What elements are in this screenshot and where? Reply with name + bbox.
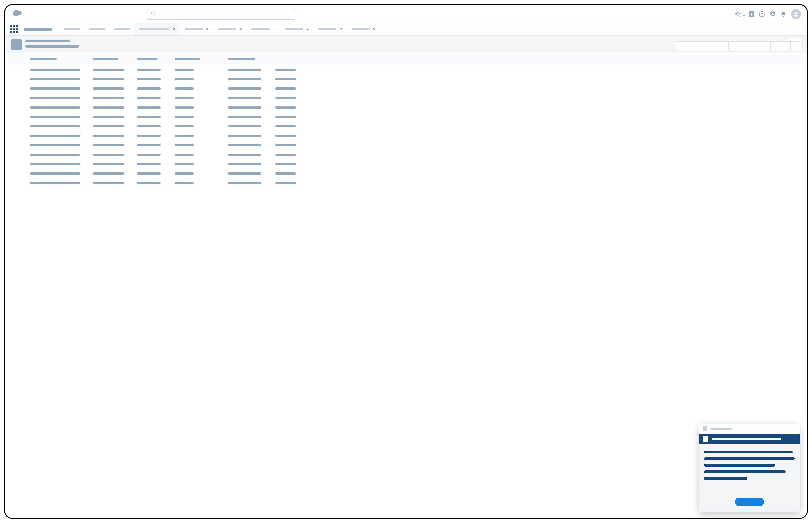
app-launcher-icon[interactable] [7, 23, 21, 35]
table-cell [137, 88, 175, 90]
data-table [5, 54, 807, 518]
table-cell [30, 135, 93, 137]
table-row[interactable] [5, 150, 807, 159]
action-segment[interactable] [790, 41, 801, 50]
docked-panel-body [699, 444, 800, 512]
table-cell [137, 173, 175, 175]
panel-primary-button[interactable] [735, 498, 764, 506]
column-header[interactable] [137, 58, 175, 60]
nav-tab[interactable] [281, 23, 314, 35]
table-cell [30, 173, 93, 175]
table-row[interactable] [5, 65, 807, 74]
page-title [25, 45, 79, 48]
app-name [21, 23, 59, 35]
table-cell [30, 78, 93, 80]
table-cell [175, 125, 228, 127]
chevron-down-icon [172, 26, 176, 32]
notifications-bell-icon[interactable]: notifications [780, 11, 787, 17]
favorites-button[interactable]: favorites [735, 11, 744, 17]
help-icon[interactable]: ? help [759, 11, 765, 17]
table-cell [275, 97, 304, 99]
table-cell [137, 106, 175, 109]
table-cell [93, 116, 137, 118]
nav-tabs [59, 23, 380, 35]
nav-tab[interactable] [214, 23, 247, 35]
table-cell [175, 116, 228, 118]
table-row[interactable] [5, 178, 807, 187]
column-header[interactable] [93, 58, 137, 60]
nav-tab[interactable] [180, 23, 214, 35]
table-cell [30, 88, 93, 90]
table-cell [275, 116, 304, 118]
action-segment[interactable] [771, 41, 791, 50]
table-cell [228, 125, 275, 127]
column-header[interactable] [30, 58, 93, 60]
nav-tab-active[interactable] [135, 23, 180, 35]
svg-text:?: ? [761, 12, 763, 16]
table-cell [93, 182, 137, 184]
profile-avatar[interactable]: profile [791, 9, 801, 19]
table-cell [137, 125, 175, 127]
table-row[interactable] [5, 169, 807, 178]
table-row[interactable] [5, 74, 807, 84]
svg-marker-2 [736, 12, 740, 16]
nav-tab[interactable] [59, 23, 84, 35]
table-cell [175, 173, 228, 175]
page-header [5, 36, 807, 54]
nav-tab[interactable] [110, 23, 135, 35]
table-cell [175, 69, 228, 71]
table-cell [93, 173, 137, 175]
global-search[interactable] [147, 9, 295, 19]
table-row[interactable] [5, 103, 807, 112]
table-row[interactable] [5, 131, 807, 140]
table-row[interactable] [5, 112, 807, 122]
nav-tab[interactable] [84, 23, 110, 35]
table-row[interactable] [5, 140, 807, 150]
global-add-button[interactable]: ＋add [749, 11, 754, 17]
table-cell [228, 182, 275, 184]
table-row[interactable] [5, 159, 807, 169]
panel-band-label [711, 438, 781, 440]
chevron-down-icon [372, 26, 376, 32]
table-cell [175, 144, 228, 146]
table-cell [228, 163, 275, 165]
table-cell [30, 97, 93, 99]
docked-panel-header[interactable] [699, 423, 800, 434]
table-cell [30, 116, 93, 118]
table-cell [137, 154, 175, 156]
table-cell [30, 144, 93, 146]
object-icon [11, 39, 22, 50]
panel-body-line [704, 464, 775, 467]
table-row[interactable] [5, 84, 807, 93]
nav-tab[interactable] [247, 23, 281, 35]
action-segment[interactable] [728, 41, 747, 50]
action-segment[interactable] [675, 41, 728, 50]
table-cell [228, 69, 275, 71]
table-cell [175, 88, 228, 90]
panel-body-line [704, 451, 793, 453]
page-header-actions [675, 41, 801, 50]
action-segment[interactable] [747, 41, 771, 50]
svg-line-1 [154, 14, 155, 15]
table-body [5, 65, 807, 187]
svg-point-5 [795, 12, 797, 14]
table-cell [30, 69, 93, 71]
table-cell [30, 154, 93, 156]
nav-bar [5, 23, 807, 36]
table-cell [275, 163, 304, 165]
docked-panel-band [699, 434, 800, 444]
search-input[interactable] [158, 9, 291, 19]
table-cell [275, 144, 304, 146]
table-cell [275, 106, 304, 109]
nav-tab[interactable] [347, 23, 380, 35]
table-cell [228, 88, 275, 90]
svg-point-0 [151, 12, 154, 14]
table-row[interactable] [5, 122, 807, 131]
salesforce-cloud-logo-icon [11, 9, 24, 19]
nav-tab[interactable] [314, 23, 347, 35]
column-header[interactable] [228, 58, 275, 60]
table-cell [228, 116, 275, 118]
setup-gear-icon[interactable]: setup [770, 11, 776, 17]
column-header[interactable] [175, 58, 228, 60]
table-row[interactable] [5, 93, 807, 103]
